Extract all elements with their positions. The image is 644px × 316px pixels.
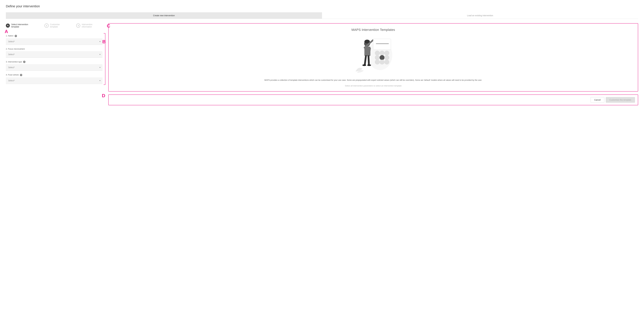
main-content: ✎ Select intervention template 2 Customi… [6,23,638,105]
wizard-steps-row: ✎ Select intervention template 2 Customi… [6,23,102,28]
left-panel: ✎ Select intervention template 2 Customi… [6,23,106,85]
action-area: Cancel Customise this template [108,94,638,105]
select-food-vehicle[interactable]: Select* [6,77,102,84]
pink-bracket-right [104,33,106,85]
label-B: B [102,39,106,44]
top-tabs: Create new intervention Load an existing… [6,12,638,19]
step1-badge: ✎ [6,23,10,28]
step3-badge: 3 [76,23,80,28]
svg-line-6 [365,56,366,65]
svg-point-15 [375,55,380,60]
svg-line-5 [369,48,370,54]
label-D: D [102,93,105,98]
svg-point-19 [380,60,384,64]
field-label-intervention-type: 3. Intervention type ? [6,59,102,64]
svg-line-7 [368,56,369,65]
select-wrapper-micronutrient: Select* ▾ [6,51,102,58]
field-label-nation: 1. Nation ? [6,33,102,38]
svg-point-14 [384,51,389,55]
help-icon-nation[interactable]: ? [15,35,17,37]
svg-point-9 [367,64,371,66]
wizard-step-1: ✎ Select intervention template [6,23,36,28]
tab-load-intervention[interactable]: Load an existing intervention [322,12,638,19]
step2-label: Customise template [50,23,68,28]
step1-label: Select intervention template [11,23,36,28]
select-intervention-type[interactable]: Select* [6,64,102,71]
form-group-intervention-type: 3. Intervention type ? Select* ▾ [6,59,102,71]
svg-point-8 [362,64,366,66]
template-card: MAPS Intervention Templates [108,23,638,91]
field-label-food-vehicle: 4. Food vehicle ? [6,72,102,77]
illustration-area [114,36,632,74]
customise-template-button[interactable]: Customise this template [606,97,635,103]
cancel-button[interactable]: Cancel [590,97,604,103]
select-micronutrient[interactable]: Select* [6,51,102,58]
tab-create-intervention[interactable]: Create new intervention [6,12,322,19]
select-nation[interactable]: Select* [6,38,102,45]
help-icon-food-vehicle[interactable]: ? [20,74,22,76]
right-panel: C MAPS Intervention Templates [108,23,638,105]
step2-badge: 2 [44,23,48,28]
form-group-nation: 1. Nation ? Select* ▾ [6,33,102,45]
template-card-hint: Select all intervention parameters to se… [114,85,632,87]
select-wrapper-intervention-type: Select* ▾ [6,64,102,71]
wizard-step-3: 3 Intervention information [76,23,102,28]
wizard-step-2: 2 Customise template [44,23,68,28]
person-illustration [353,36,394,74]
svg-rect-10 [373,39,391,50]
label-C: C [107,23,110,29]
svg-point-17 [384,55,389,60]
select-wrapper-nation: Select* ▾ [6,38,102,45]
svg-point-16 [380,55,384,60]
svg-point-12 [375,51,380,55]
page-title: Define your intervention [6,4,638,8]
step3-label: Intervention information [82,23,102,28]
svg-point-18 [375,60,380,64]
template-card-description: MAPS provides a collection of template i… [114,78,632,82]
template-card-title: MAPS Intervention Templates [114,28,632,32]
select-wrapper-food-vehicle: Select* ▾ [6,77,102,84]
form-group-micronutrient: 2. Focus micronutrient Select* ▾ [6,46,102,58]
svg-point-13 [380,51,384,55]
form-group-food-vehicle: 4. Food vehicle ? Select* ▾ [6,72,102,84]
field-label-micronutrient: 2. Focus micronutrient [6,46,102,51]
form-fields: 1. Nation ? Select* ▾ 2. Focus micronutr… [6,33,102,84]
template-card-body: MAPS Intervention Templates [108,23,638,91]
action-area-container: D Cancel Customise this template [108,94,638,105]
svg-point-20 [384,60,389,64]
help-icon-intervention-type[interactable]: ? [23,61,26,63]
